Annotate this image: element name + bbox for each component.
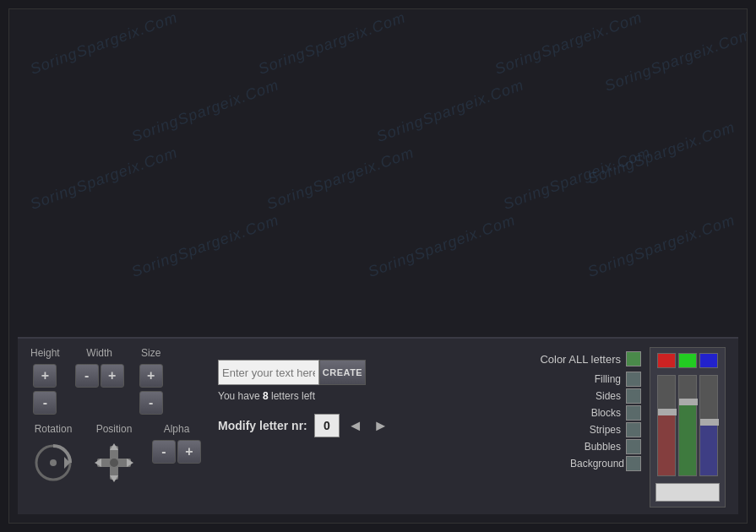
filling-label: Filling xyxy=(570,373,621,385)
size-minus-btn[interactable]: - xyxy=(139,391,163,415)
position-icon[interactable] xyxy=(91,440,137,486)
watermark: SoringSpargeix.Com xyxy=(129,211,281,281)
watermark: SoringSpargeix.Com xyxy=(256,9,408,79)
text-input[interactable] xyxy=(218,360,319,385)
modify-label: Modify letter nr: xyxy=(218,419,307,432)
alpha-label: Alpha xyxy=(164,423,190,435)
bubbles-row: Bubbles xyxy=(570,439,641,454)
rotation-label: Rotation xyxy=(35,423,73,435)
blue-btn[interactable] xyxy=(699,353,718,368)
watermark: SoringSpargeix.Com xyxy=(585,211,737,281)
height-minus-row: - xyxy=(33,391,57,415)
position-group: Position xyxy=(91,423,137,486)
alpha-minus-btn[interactable]: - xyxy=(152,440,176,464)
watermark: SoringSpargeix.Com xyxy=(129,76,281,146)
rgb-slider-row xyxy=(657,375,718,476)
color-all-row: Color ALL letters xyxy=(540,351,641,366)
green-btn[interactable] xyxy=(678,353,697,368)
color-preview-box xyxy=(655,483,720,502)
watermark: SoringSpargeix.Com xyxy=(264,144,416,214)
height-steppers: + xyxy=(33,364,57,388)
right-controls: Color ALL letters Filling Sides Blocks xyxy=(540,347,726,508)
position-label: Position xyxy=(96,423,133,435)
svg-point-9 xyxy=(110,459,118,467)
stripes-label: Stripes xyxy=(570,424,621,436)
size-plus-btn[interactable]: + xyxy=(139,364,163,388)
watermark: SoringSpargeix.Com xyxy=(28,9,180,79)
filling-row: Filling xyxy=(570,372,641,387)
text-input-area: CREATE You have 8 letters left xyxy=(218,360,523,402)
sides-label: Sides xyxy=(570,390,621,402)
bubbles-swatch[interactable] xyxy=(626,439,641,454)
bottom-row-controls: Rotation Position xyxy=(30,423,201,486)
sides-row: Sides xyxy=(570,388,641,404)
watermark: SoringSpargeix.Com xyxy=(492,9,645,79)
watermark: SoringSpargeix.Com xyxy=(501,144,653,214)
watermark: SoringSpargeix.Com xyxy=(28,144,180,214)
green-slider-fill xyxy=(679,405,696,475)
stripes-row: Stripes xyxy=(570,422,641,437)
position-svg xyxy=(93,442,135,484)
width-plus-btn[interactable]: + xyxy=(101,364,124,388)
red-btn[interactable] xyxy=(657,353,676,368)
height-minus-btn[interactable]: - xyxy=(33,391,57,415)
color-labels-swatches: Color ALL letters Filling Sides Blocks xyxy=(540,351,641,471)
width-group: Width - + xyxy=(75,347,124,388)
bubbles-label: Bubbles xyxy=(570,441,621,453)
letters-count: 8 xyxy=(263,390,269,402)
prev-letter-btn[interactable]: ◄ xyxy=(346,414,365,437)
next-letter-btn[interactable]: ► xyxy=(372,414,390,437)
rgb-buttons-row xyxy=(657,353,718,368)
middle-controls: CREATE You have 8 letters left Modify le… xyxy=(218,351,523,437)
red-slider-track[interactable] xyxy=(657,375,676,476)
green-slider-track[interactable] xyxy=(678,375,697,476)
rotation-icon[interactable] xyxy=(30,440,76,486)
size-minus-row: - xyxy=(139,391,163,415)
left-controls: Height + - Width - + xyxy=(30,347,201,486)
letter-nr-display: 0 xyxy=(314,414,340,437)
watermark: SoringSpargeix.Com xyxy=(602,25,747,95)
rotation-svg xyxy=(32,442,74,484)
background-label: Background xyxy=(570,458,621,470)
blue-slider-track[interactable] xyxy=(699,375,718,476)
background-row: Background xyxy=(570,456,641,471)
red-slider-thumb[interactable] xyxy=(658,409,677,415)
sides-swatch[interactable] xyxy=(626,388,641,404)
height-label: Height xyxy=(30,347,60,359)
controls-panel: Height + - Width - + xyxy=(18,337,738,514)
top-row-controls: Height + - Width - + xyxy=(30,347,201,415)
color-all-swatch[interactable] xyxy=(626,351,641,366)
color-all-label: Color ALL letters xyxy=(540,353,621,366)
modify-letter-row: Modify letter nr: 0 ◄ ► xyxy=(218,414,523,437)
alpha-group: Alpha - + xyxy=(152,423,201,464)
blocks-swatch[interactable] xyxy=(626,405,641,421)
size-steppers: + xyxy=(139,364,163,388)
filling-swatch[interactable] xyxy=(626,372,641,387)
create-button[interactable]: CREATE xyxy=(319,360,366,385)
blocks-row: Blocks xyxy=(570,405,641,421)
width-minus-btn[interactable]: - xyxy=(75,364,99,388)
size-label: Size xyxy=(141,347,160,359)
letters-info: You have 8 letters left xyxy=(218,390,523,402)
blue-slider-fill xyxy=(700,426,717,475)
green-slider-thumb[interactable] xyxy=(679,399,698,405)
size-group: Size + - xyxy=(139,347,163,415)
watermark: SoringSpargeix.Com xyxy=(585,118,737,188)
height-plus-btn[interactable]: + xyxy=(33,364,57,388)
watermark: SoringSpargeix.Com xyxy=(366,211,518,281)
height-group: Height + - xyxy=(30,347,60,415)
rotation-group: Rotation xyxy=(30,423,76,486)
red-slider-fill xyxy=(658,415,675,475)
alpha-plus-btn[interactable]: + xyxy=(177,440,201,464)
background-swatch[interactable] xyxy=(626,456,641,471)
svg-point-2 xyxy=(50,459,57,466)
letters-prefix: You have xyxy=(218,390,263,402)
rgb-panel xyxy=(650,347,726,508)
blue-slider-thumb[interactable] xyxy=(700,419,719,426)
text-input-row: CREATE xyxy=(218,360,523,385)
main-canvas: SoringSpargeix.Com SoringSpargeix.Com So… xyxy=(8,8,748,524)
alpha-steppers: - + xyxy=(152,440,201,464)
letters-suffix: letters left xyxy=(269,390,315,402)
stripes-swatch[interactable] xyxy=(626,422,641,437)
watermark: SoringSpargeix.Com xyxy=(374,76,526,146)
